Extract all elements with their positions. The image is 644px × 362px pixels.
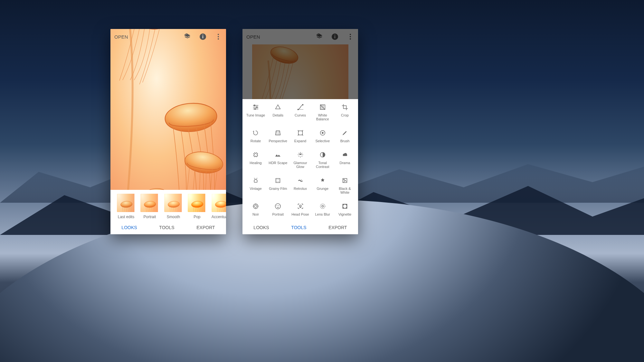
- open-button[interactable]: OPEN: [114, 34, 128, 40]
- tool-label: Selective: [315, 139, 330, 143]
- brush-icon: [341, 129, 348, 136]
- hdr-scape-icon: [274, 151, 281, 158]
- tool-black-white[interactable]: Black & White: [334, 177, 355, 194]
- tool-details[interactable]: Details: [267, 104, 289, 121]
- tool-label: Tune Image: [246, 113, 265, 117]
- look-label: Last edits: [117, 215, 135, 219]
- rotate-icon: [252, 129, 259, 136]
- tool-grainy-film[interactable]: Grainy Film: [267, 177, 289, 194]
- expand-icon: [297, 129, 304, 136]
- tool-brush[interactable]: Brush: [334, 129, 355, 143]
- look-thumbnail: [140, 194, 159, 212]
- look-accentuate[interactable]: Accentuate: [212, 194, 226, 219]
- info-icon[interactable]: [199, 33, 207, 41]
- app-top-bar: OPEN: [110, 29, 226, 44]
- tool-label: Lens Blur: [315, 212, 330, 216]
- head-pose-icon: [297, 203, 304, 210]
- tool-label: Tonal Contrast: [312, 161, 333, 169]
- tool-label: Glamour Glow: [290, 161, 311, 169]
- tool-label: Healing: [250, 161, 261, 165]
- tool-label: Vintage: [250, 187, 261, 190]
- tool-lens-blur[interactable]: Lens Blur: [312, 203, 333, 216]
- tool-label: Grainy Film: [269, 187, 287, 190]
- tools-panel: Tune Image Details Curves White Balance …: [242, 99, 358, 221]
- retrolux-icon: [297, 177, 304, 184]
- crop-icon: [341, 104, 348, 111]
- perspective-icon: [274, 129, 281, 136]
- tool-vintage[interactable]: Vintage: [245, 177, 266, 194]
- look-portrait[interactable]: Portrait: [140, 194, 159, 219]
- tool-grunge[interactable]: Grunge: [312, 177, 333, 194]
- tool-label: Rotate: [251, 139, 261, 143]
- tool-label: Drama: [339, 161, 350, 165]
- tab-export[interactable]: EXPORT: [193, 223, 218, 232]
- tool-perspective[interactable]: Perspective: [267, 129, 289, 143]
- black-white-icon: [341, 177, 348, 184]
- image-canvas[interactable]: [110, 29, 226, 190]
- tool-label: Vignette: [338, 212, 351, 216]
- tune-icon: [252, 104, 259, 111]
- tool-label: HDR Scape: [269, 161, 287, 165]
- grunge-icon: [319, 177, 326, 184]
- tab-looks[interactable]: LOOKS: [250, 223, 272, 232]
- tool-curves[interactable]: Curves: [290, 104, 311, 121]
- tab-export[interactable]: EXPORT: [325, 223, 350, 232]
- tool-label: Curves: [295, 113, 306, 117]
- look-last-edits[interactable]: Last edits: [117, 194, 135, 219]
- tool-retrolux[interactable]: Retrolux: [290, 177, 311, 194]
- tool-label: Black & White: [335, 187, 355, 194]
- tool-label: Portrait: [272, 212, 284, 216]
- healing-icon: [252, 151, 259, 158]
- selective-icon: [319, 129, 326, 136]
- tool-selective[interactable]: Selective: [312, 129, 333, 143]
- tool-label: Retrolux: [294, 187, 307, 190]
- dim-overlay: [242, 29, 358, 99]
- tab-tools[interactable]: TOOLS: [288, 223, 309, 232]
- snapseed-app-tools-screen: OPEN Tune Image Details Curves White Bal…: [242, 29, 358, 234]
- tool-portrait[interactable]: Portrait: [267, 203, 289, 216]
- glamour-glow-icon: [297, 151, 304, 158]
- look-thumbnail: [188, 194, 206, 212]
- tool-healing[interactable]: Healing: [245, 151, 266, 169]
- tool-tonal-contrast[interactable]: Tonal Contrast: [312, 151, 333, 169]
- tool-crop[interactable]: Crop: [334, 104, 355, 121]
- noir-icon: [252, 203, 259, 210]
- looks-strip[interactable]: Last edits Portrait Smooth Pop Accentuat…: [110, 190, 226, 221]
- look-label: Pop: [188, 215, 206, 219]
- tool-expand[interactable]: Expand: [290, 129, 311, 143]
- tool-label: White Balance: [312, 113, 333, 121]
- look-smooth[interactable]: Smooth: [164, 194, 183, 219]
- details-icon: [274, 104, 281, 111]
- bottom-tab-bar: LOOKS TOOLS EXPORT: [242, 221, 358, 234]
- tool-hdr-scape[interactable]: HDR Scape: [267, 151, 289, 169]
- look-pop[interactable]: Pop: [188, 194, 206, 219]
- tool-label: Grunge: [317, 187, 328, 190]
- bottom-tab-bar: LOOKS TOOLS EXPORT: [110, 221, 226, 234]
- look-label: Accentuate: [212, 215, 226, 219]
- curves-icon: [297, 104, 304, 111]
- portrait-icon: [274, 203, 281, 210]
- layers-icon[interactable]: [184, 33, 191, 41]
- tool-head-pose[interactable]: Head Pose: [290, 203, 311, 216]
- tool-noir[interactable]: Noir: [245, 203, 266, 216]
- snapseed-app-looks-screen: OPEN Last edits Portrait Smooth: [110, 29, 226, 234]
- tool-label: Head Pose: [291, 212, 309, 216]
- look-thumbnail: [212, 194, 226, 212]
- tool-tune-image[interactable]: Tune Image: [245, 104, 266, 121]
- lens-blur-icon: [319, 203, 326, 210]
- look-label: Portrait: [140, 215, 159, 219]
- tool-drama[interactable]: Drama: [334, 151, 355, 169]
- look-label: Smooth: [164, 215, 183, 219]
- tool-vignette[interactable]: Vignette: [334, 203, 355, 216]
- drama-icon: [341, 151, 348, 158]
- tool-rotate[interactable]: Rotate: [245, 129, 266, 143]
- more-vert-icon[interactable]: [214, 33, 222, 41]
- look-thumbnail: [117, 194, 135, 212]
- tab-looks[interactable]: LOOKS: [118, 223, 140, 232]
- tool-glamour-glow[interactable]: Glamour Glow: [290, 151, 311, 169]
- tool-white-balance[interactable]: White Balance: [312, 104, 333, 121]
- tab-tools[interactable]: TOOLS: [156, 223, 177, 232]
- tool-label: Details: [272, 113, 283, 117]
- vignette-icon: [341, 203, 348, 210]
- tool-label: Crop: [341, 113, 349, 117]
